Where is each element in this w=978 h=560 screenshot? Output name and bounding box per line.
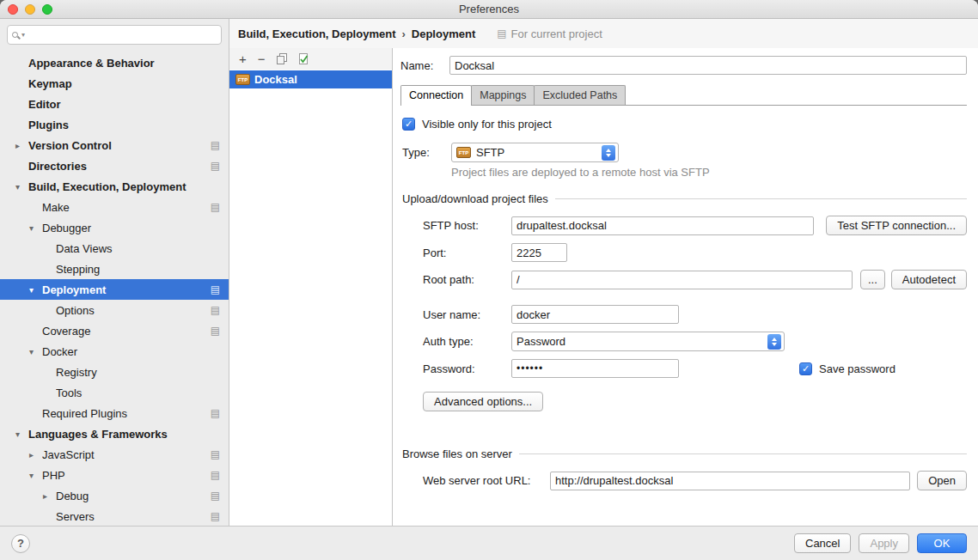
- sidebar-item-tools[interactable]: Tools: [0, 382, 229, 403]
- window-title: Preferences: [0, 3, 978, 15]
- project-settings-icon: ▤: [211, 408, 220, 418]
- sidebar-item-make[interactable]: Make▤: [0, 197, 229, 217]
- copy-server-button[interactable]: [277, 53, 287, 64]
- breadcrumb-deployment[interactable]: Deployment: [412, 27, 475, 40]
- section-divider: [519, 453, 967, 454]
- chevron-down-icon[interactable]: ▾: [15, 429, 28, 439]
- project-settings-icon: ▤: [497, 28, 506, 39]
- sidebar-item-label: Keymap: [28, 77, 229, 90]
- chevron-down-icon[interactable]: ▾: [29, 223, 42, 233]
- use-as-default-button[interactable]: [298, 53, 309, 64]
- sidebar-item-keymap[interactable]: Keymap: [0, 73, 229, 94]
- project-settings-icon: ▤: [211, 470, 220, 480]
- chevron-right-icon[interactable]: ▸: [29, 450, 42, 460]
- sidebar-item-data-views[interactable]: Data Views: [0, 238, 229, 259]
- sidebar-item-options[interactable]: Options▤: [0, 300, 229, 320]
- web-root-input[interactable]: [550, 472, 910, 490]
- sidebar-item-required-plugins[interactable]: Required Plugins▤: [0, 403, 229, 423]
- sidebar-item-coverage[interactable]: Coverage▤: [0, 320, 229, 341]
- sidebar-item-directories[interactable]: Directories▤: [0, 155, 229, 176]
- test-sftp-connection-button[interactable]: Test SFTP connection...: [826, 216, 967, 235]
- chevron-down-icon[interactable]: ▾: [29, 471, 42, 480]
- name-input[interactable]: [449, 56, 967, 75]
- sidebar-item-label: Options: [56, 304, 211, 317]
- breadcrumb-build-execution-deployment[interactable]: Build, Execution, Deployment: [238, 27, 395, 40]
- sidebar-item-appearance-behavior[interactable]: Appearance & Behavior: [0, 52, 229, 73]
- close-button[interactable]: [8, 4, 18, 15]
- help-button[interactable]: ?: [11, 534, 30, 553]
- sidebar-item-servers[interactable]: Servers▤: [0, 506, 229, 526]
- sidebar-item-label: Version Control: [28, 139, 211, 152]
- breadcrumb: Build, Execution, Deployment › Deploymen…: [229, 19, 978, 48]
- autodetect-button[interactable]: Autodetect: [891, 270, 967, 289]
- remove-server-button[interactable]: −: [258, 52, 266, 65]
- sidebar-item-label: PHP: [42, 469, 211, 482]
- add-server-button[interactable]: +: [239, 52, 247, 65]
- server-list-item-docksal[interactable]: FTP Docksal: [229, 70, 392, 88]
- tab-mappings[interactable]: Mappings: [471, 85, 535, 105]
- settings-search[interactable]: ▾: [7, 25, 222, 45]
- sidebar-item-editor[interactable]: Editor: [0, 94, 229, 114]
- root-path-input[interactable]: [511, 271, 853, 289]
- sidebar-item-docker[interactable]: ▾Docker: [0, 341, 229, 362]
- window-controls: [8, 4, 52, 15]
- sidebar-item-javascript[interactable]: ▸JavaScript▤: [0, 444, 229, 465]
- type-hint: Project files are deployed to a remote h…: [451, 166, 967, 179]
- minimize-button[interactable]: [25, 4, 35, 15]
- cancel-button[interactable]: Cancel: [794, 533, 851, 553]
- scope-label: For current project: [511, 27, 602, 40]
- browse-section-header: Browse files on server: [402, 447, 967, 460]
- sidebar-item-label: Build, Execution, Deployment: [28, 180, 229, 193]
- type-select[interactable]: FTP SFTP: [451, 143, 619, 162]
- chevron-down-icon[interactable]: ▾: [29, 285, 42, 295]
- sidebar-item-label: Editor: [28, 98, 229, 111]
- copy-icon: [277, 53, 287, 64]
- chevron-down-icon[interactable]: ▾: [29, 347, 42, 356]
- check-icon: ✓: [802, 364, 810, 374]
- sftp-host-input[interactable]: [511, 216, 814, 235]
- ok-button[interactable]: OK: [917, 533, 967, 553]
- tab-excluded-paths[interactable]: Excluded Paths: [534, 85, 626, 105]
- name-label: Name:: [400, 59, 449, 72]
- auth-type-select[interactable]: Password: [511, 332, 785, 351]
- browse-root-path-button[interactable]: ...: [860, 270, 885, 289]
- save-password-checkbox[interactable]: ✓: [799, 362, 812, 375]
- user-name-input[interactable]: [511, 305, 679, 324]
- sidebar-item-php[interactable]: ▾PHP▤: [0, 465, 229, 485]
- sidebar-item-deployment[interactable]: ▾Deployment▤: [0, 279, 229, 300]
- sidebar-item-stepping[interactable]: Stepping: [0, 259, 229, 279]
- sidebar-item-label: Tools: [56, 387, 229, 399]
- tab-connection[interactable]: Connection: [400, 85, 472, 106]
- sidebar-item-label: Coverage: [42, 325, 211, 338]
- search-input[interactable]: [26, 28, 217, 41]
- sidebar-item-registry[interactable]: Registry: [0, 362, 229, 382]
- advanced-options-button[interactable]: Advanced options...: [423, 392, 543, 411]
- password-input[interactable]: [511, 359, 679, 378]
- sidebar-item-debugger[interactable]: ▾Debugger: [0, 217, 229, 238]
- sftp-server-icon: FTP: [235, 74, 250, 85]
- use-as-default-icon: [298, 53, 309, 64]
- project-settings-icon: ▤: [211, 490, 220, 501]
- sidebar-item-build-execution-deployment[interactable]: ▾Build, Execution, Deployment: [0, 176, 229, 197]
- sidebar-item-label: Appearance & Behavior: [28, 57, 229, 70]
- sidebar-item-plugins[interactable]: Plugins: [0, 114, 229, 135]
- project-settings-icon: ▤: [211, 161, 220, 171]
- port-input[interactable]: [511, 243, 567, 262]
- sidebar-item-version-control[interactable]: ▸Version Control▤: [0, 135, 229, 155]
- server-tabs: Connection Mappings Excluded Paths: [400, 85, 967, 106]
- web-root-label: Web server root URL:: [423, 474, 550, 487]
- sidebar-item-languages-frameworks[interactable]: ▾Languages & Frameworks: [0, 423, 229, 444]
- chevron-right-icon[interactable]: ▸: [15, 141, 28, 150]
- open-button[interactable]: Open: [917, 471, 967, 490]
- settings-sidebar: ▾ Appearance & BehaviorKeymapEditorPlugi…: [0, 19, 229, 526]
- apply-button[interactable]: Apply: [859, 533, 909, 553]
- upload-section-header: Upload/download project files: [402, 192, 967, 205]
- chevron-down-icon[interactable]: ▾: [15, 182, 28, 192]
- help-label: ?: [17, 537, 24, 550]
- visible-only-checkbox[interactable]: ✓: [402, 118, 415, 131]
- type-select-value: SFTP: [476, 146, 596, 159]
- chevron-right-icon[interactable]: ▸: [43, 491, 56, 501]
- chevron-down-icon: ▾: [21, 31, 25, 39]
- sidebar-item-debug[interactable]: ▸Debug▤: [0, 485, 229, 506]
- zoom-button[interactable]: [42, 4, 52, 15]
